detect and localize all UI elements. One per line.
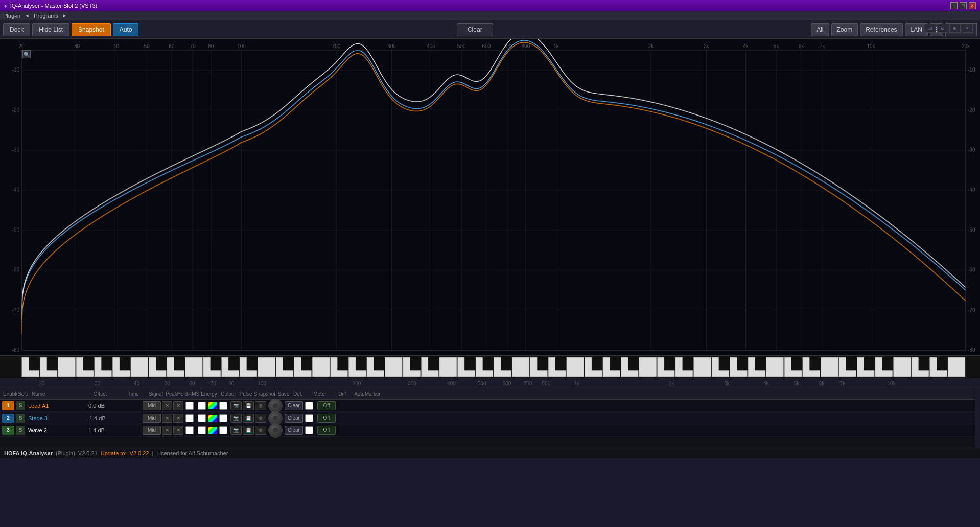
channel-offset-2: -1.4 dB [76,415,117,421]
spectrum-canvas [0,39,980,355]
diff-check-2[interactable] [305,414,313,422]
meter-inner-1 [273,403,278,408]
header-time: Time [121,391,146,397]
channel-name-1: Lead A1 [25,403,76,409]
references-button[interactable]: References [860,23,902,36]
peak-btn-2[interactable]: ✕ [162,414,172,423]
save-btn-2[interactable]: 💾 [243,414,254,423]
enable-btn-3[interactable]: 3 [2,426,14,435]
energy-check-3[interactable] [198,426,206,434]
menu-separator1: ◂ [26,12,29,19]
spectrum-area: 🔍 [0,39,980,356]
header-signal: Signal [146,391,166,397]
solo-btn-1[interactable]: S [16,401,25,410]
pulse-check-3[interactable] [219,426,227,434]
hide-list-button[interactable]: Hide List [32,23,69,36]
menu-separator2: ▸ [63,12,66,19]
solo-btn-3[interactable]: S [16,426,25,435]
restore-button[interactable]: □ [960,2,967,9]
automarker-btn-2[interactable]: Off [317,414,336,423]
pulse-check-1[interactable] [219,402,227,410]
header-snapshot: Snapshot [253,391,276,397]
colour-btn-2[interactable] [208,415,217,422]
close-button[interactable]: ✕ [969,2,976,9]
enable-btn-1[interactable]: 1 [2,401,14,410]
header-name: Name [29,391,80,397]
rms-check-3[interactable] [185,426,194,434]
header-hold: Hold [177,391,188,397]
zoom-button[interactable]: Zoom [831,23,858,36]
signal-btn-2[interactable]: Mid [143,414,161,423]
save-btn-3[interactable]: 💾 [243,426,254,435]
hold-btn-3[interactable]: ✕ [173,426,183,435]
header-diff: Diff [335,391,349,397]
header-colour: Colour [219,391,238,397]
status-version: V2.0.21 [78,450,98,456]
signal-btn-1[interactable]: Mid [143,401,161,410]
bottom-axis-canvas [20,378,980,388]
menu-programs[interactable]: Programs [34,13,58,19]
del-btn-2[interactable]: 🗑 [255,414,266,423]
diff-check-3[interactable] [305,426,313,434]
header-solo: Solo [17,391,29,397]
menu-plugin[interactable]: Plug-in [3,13,20,19]
snapshot-btn-1[interactable]: 📷 [230,401,242,410]
channel-row-3: 3 S Wave 2 1.4 dB Mid ✕ ✕ 📷 💾 🗑 Clear Of… [0,424,980,437]
energy-check-1[interactable] [198,402,206,410]
enable-btn-2[interactable]: 2 [2,414,14,423]
energy-check-2[interactable] [198,414,206,422]
automarker-btn-1[interactable]: Off [317,401,336,410]
meter-knob-3[interactable] [268,423,283,438]
rms-check-1[interactable] [185,402,194,410]
status-brand: HOFA IQ-Analyser [4,450,53,456]
status-plugin-label: (Plugin) [56,450,75,456]
clear-btn-1[interactable]: Clear [285,401,303,410]
snapshot-button[interactable]: Snapshot [72,23,111,36]
diff-check-1[interactable] [305,402,313,410]
channel-offset-1: 0.0 dB [76,403,117,409]
app-icon: ♦ [4,3,7,9]
rms-check-2[interactable] [185,414,194,422]
snapshot-btn-2[interactable]: 📷 [230,414,242,423]
colour-btn-3[interactable] [208,427,217,434]
del-btn-1[interactable]: 🗑 [255,401,266,410]
del-btn-3[interactable]: 🗑 [255,426,266,435]
zoom-magnifier[interactable]: 🔍 [22,50,31,58]
save-btn-1[interactable]: 💾 [243,401,254,410]
title-bar-controls: ─ □ ✕ [950,2,976,9]
peak-btn-3[interactable]: ✕ [162,426,172,435]
channel-list-scrollbar[interactable] [975,388,980,448]
auto-button[interactable]: Auto [113,23,139,36]
pulse-check-2[interactable] [219,414,227,422]
all-button[interactable]: All [811,23,829,36]
header-energy: Energy [199,391,219,397]
spec-ctrl-2[interactable]: ⊟ [937,24,948,33]
peak-btn-1[interactable]: ✕ [162,401,172,410]
spec-ctrl-close[interactable]: ✕ [962,24,973,33]
clear-center-button[interactable]: Clear [457,23,493,36]
clear-btn-3[interactable]: Clear [285,426,303,435]
header-save: Save [276,391,291,397]
piano-area [0,356,980,378]
automarker-btn-3[interactable]: Off [317,426,336,435]
spec-ctrl-1[interactable]: ⊡ [925,24,936,33]
channel-row-1: 1 S Lead A1 0.0 dB Mid ✕ ✕ 📷 💾 🗑 Clear O… [0,400,980,412]
signal-btn-3[interactable]: Mid [143,426,161,435]
hold-btn-1[interactable]: ✕ [173,401,183,410]
header-enable: Enable [3,391,17,397]
status-license: Licensed for Alf Schumacher [156,450,228,456]
piano-canvas [0,356,980,378]
colour-btn-1[interactable] [208,402,217,409]
status-update-version: V2.0.22 [130,450,149,456]
header-peak: Peak [166,391,177,397]
channel-name-3: Wave 2 [25,427,76,433]
hold-btn-2[interactable]: ✕ [173,414,183,423]
header-del: Del. [291,391,305,397]
clear-btn-2[interactable]: Clear [285,414,303,423]
spec-ctrl-3[interactable]: ⊞ [949,24,961,33]
channel-list: Enable Solo Name Offset Time Signal Peak… [0,388,980,448]
dock-button[interactable]: Dock [3,23,30,36]
solo-btn-2[interactable]: S [16,414,25,423]
snapshot-btn-3[interactable]: 📷 [230,426,242,435]
minimize-button[interactable]: ─ [950,2,958,9]
